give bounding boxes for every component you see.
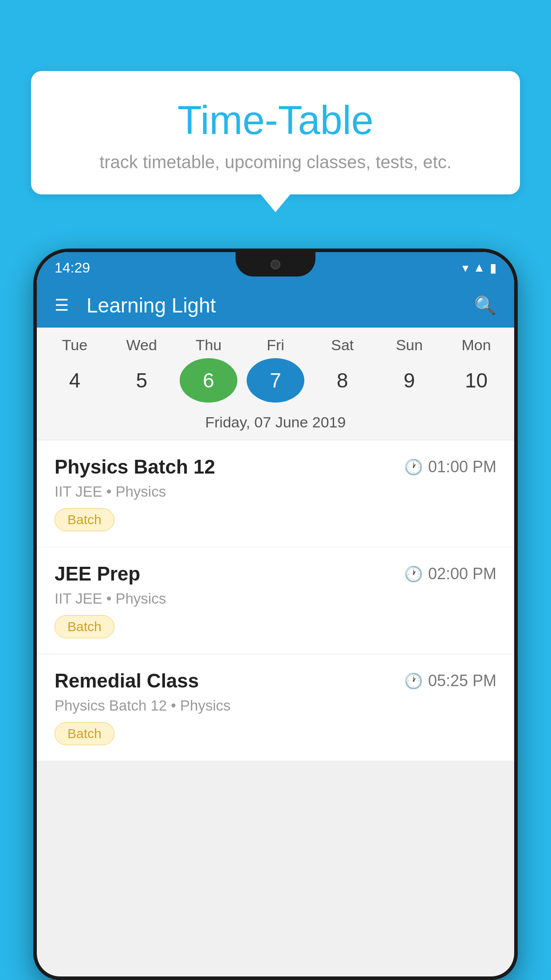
notch — [236, 252, 315, 277]
day-num-9[interactable]: 9 — [381, 358, 438, 403]
status-icons: ▾ ▲ ▮ — [462, 261, 496, 275]
item-subtitle-1: IIT JEE • Physics — [55, 590, 496, 607]
bubble-subtitle: track timetable, upcoming classes, tests… — [49, 152, 502, 172]
day-names-row: TueWedThuFriSatSunMon — [37, 336, 514, 354]
day-name-tue[interactable]: Tue — [46, 336, 103, 354]
app-bar: ☰ Learning Light 🔍 — [37, 283, 514, 328]
item-subtitle-0: IIT JEE • Physics — [55, 483, 496, 500]
selected-date: Friday, 07 June 2019 — [37, 409, 514, 440]
item-title-1: JEE Prep — [55, 563, 140, 585]
hamburger-menu-icon[interactable]: ☰ — [55, 297, 69, 313]
item-time-text-2: 05:25 PM — [428, 672, 496, 690]
schedule-item-0[interactable]: Physics Batch 12 🕐 01:00 PM IIT JEE • Ph… — [37, 440, 514, 547]
day-num-7[interactable]: 7 — [247, 358, 304, 403]
clock-icon-1: 🕐 — [404, 565, 423, 583]
day-num-10[interactable]: 10 — [447, 358, 505, 403]
day-numbers-row: 45678910 — [37, 358, 514, 403]
camera — [271, 260, 280, 269]
day-name-wed[interactable]: Wed — [113, 336, 170, 354]
schedule-item-1[interactable]: JEE Prep 🕐 02:00 PM IIT JEE • Physics Ba… — [37, 547, 514, 654]
schedule-item-header-2: Remedial Class 🕐 05:25 PM — [55, 670, 496, 692]
app-title: Learning Light — [87, 293, 457, 317]
day-num-5[interactable]: 5 — [113, 358, 170, 403]
item-subtitle-2: Physics Batch 12 • Physics — [55, 697, 496, 714]
item-time-text-0: 01:00 PM — [428, 458, 496, 476]
batch-badge-0: Batch — [55, 508, 114, 531]
item-time-0: 🕐 01:00 PM — [404, 458, 496, 476]
schedule-list: Physics Batch 12 🕐 01:00 PM IIT JEE • Ph… — [37, 440, 514, 761]
wifi-icon: ▾ — [462, 261, 468, 275]
day-name-mon[interactable]: Mon — [447, 336, 505, 354]
bubble-title: Time-Table — [49, 98, 502, 143]
signal-icon: ▲ — [473, 261, 485, 275]
phone-frame: 14:29 ▾ ▲ ▮ ☰ Learning Light 🔍 TueWedThu… — [33, 249, 518, 980]
item-time-1: 🕐 02:00 PM — [404, 565, 496, 583]
schedule-item-header-1: JEE Prep 🕐 02:00 PM — [55, 563, 496, 585]
schedule-item-2[interactable]: Remedial Class 🕐 05:25 PM Physics Batch … — [37, 654, 514, 761]
clock-icon-2: 🕐 — [404, 672, 423, 690]
day-num-6[interactable]: 6 — [180, 358, 237, 403]
day-name-sat[interactable]: Sat — [314, 336, 371, 354]
batch-badge-2: Batch — [55, 722, 114, 745]
schedule-item-header-0: Physics Batch 12 🕐 01:00 PM — [55, 456, 496, 478]
status-time: 14:29 — [55, 260, 90, 276]
calendar-week: TueWedThuFriSatSunMon 45678910 Friday, 0… — [37, 328, 514, 440]
day-name-fri[interactable]: Fri — [247, 336, 304, 354]
item-time-2: 🕐 05:25 PM — [404, 672, 496, 690]
item-title-0: Physics Batch 12 — [55, 456, 215, 478]
item-title-2: Remedial Class — [55, 670, 199, 692]
phone-screen: 14:29 ▾ ▲ ▮ ☰ Learning Light 🔍 TueWedThu… — [37, 252, 514, 976]
item-time-text-1: 02:00 PM — [428, 565, 496, 583]
speech-bubble: Time-Table track timetable, upcoming cla… — [31, 71, 520, 194]
battery-icon: ▮ — [490, 261, 496, 275]
day-name-sun[interactable]: Sun — [381, 336, 438, 354]
day-num-4[interactable]: 4 — [46, 358, 103, 403]
search-icon[interactable]: 🔍 — [474, 295, 496, 316]
status-bar: 14:29 ▾ ▲ ▮ — [37, 252, 514, 283]
day-name-thu[interactable]: Thu — [180, 336, 237, 354]
day-num-8[interactable]: 8 — [314, 358, 371, 403]
batch-badge-1: Batch — [55, 615, 114, 638]
clock-icon-0: 🕐 — [404, 458, 423, 476]
